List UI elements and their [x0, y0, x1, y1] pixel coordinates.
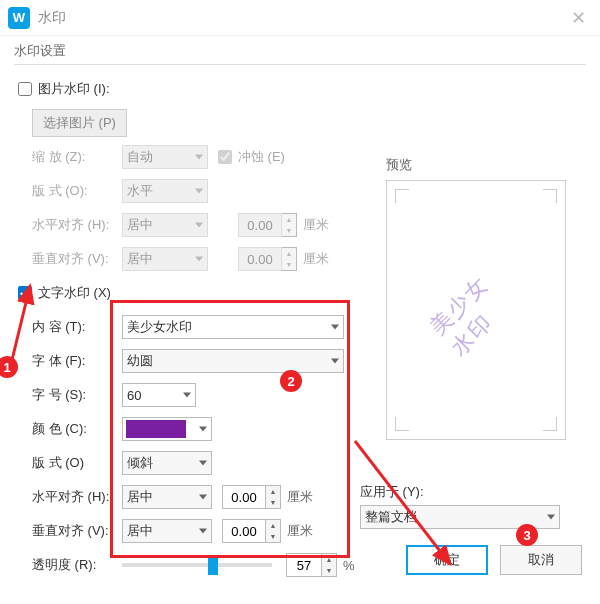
unit-cm: 厘米 [303, 216, 329, 234]
divider [14, 64, 586, 65]
scale-label: 缩 放 (Z): [32, 148, 122, 166]
preview-page: 美少女水印 [386, 180, 566, 440]
percent-sign: % [343, 558, 355, 573]
window-title: 水印 [38, 9, 565, 27]
img-valign-spin: ▲▼ [238, 247, 297, 271]
opacity-label: 透明度 (R): [32, 556, 122, 574]
preview-title: 预览 [386, 156, 576, 174]
preview-watermark-text: 美少女水印 [423, 257, 528, 362]
img-valign-label: 垂直对齐 (V): [32, 250, 122, 268]
close-icon[interactable]: ✕ [565, 7, 592, 29]
washout-label: 冲蚀 (E) [238, 148, 285, 166]
apply-to-label: 应用于 (Y): [360, 483, 582, 501]
annotation-box [110, 300, 350, 558]
img-halign-spin: ▲▼ [238, 213, 297, 237]
unit-cm: 厘米 [303, 250, 329, 268]
badge-3: 3 [516, 524, 538, 546]
text-watermark-checkbox[interactable] [18, 286, 32, 300]
size-label: 字 号 (S): [32, 386, 122, 404]
img-layout-label: 版 式 (O): [32, 182, 122, 200]
txt-halign-label: 水平对齐 (H): [32, 488, 122, 506]
text-watermark-label: 文字水印 (X) [38, 284, 111, 302]
group-title: 水印设置 [14, 42, 586, 60]
opacity-slider[interactable] [122, 563, 272, 567]
preview-panel: 预览 美少女水印 [386, 156, 576, 440]
img-watermark-label: 图片水印 (I): [38, 80, 110, 98]
slider-thumb[interactable] [208, 557, 218, 575]
washout-checkbox [218, 150, 232, 164]
ok-button[interactable]: 确定 [406, 545, 488, 575]
img-halign-label: 水平对齐 (H): [32, 216, 122, 234]
content-label: 内 容 (T): [32, 318, 122, 336]
img-halign-select: 居中 [122, 213, 208, 237]
app-logo: W [8, 7, 30, 29]
img-valign-select: 居中 [122, 247, 208, 271]
cancel-button[interactable]: 取消 [500, 545, 582, 575]
font-label: 字 体 (F): [32, 352, 122, 370]
badge-2: 2 [280, 370, 302, 392]
select-image-button: 选择图片 (P) [32, 109, 127, 137]
color-label: 颜 色 (C): [32, 420, 122, 438]
txt-valign-label: 垂直对齐 (V): [32, 522, 122, 540]
txt-layout-label: 版 式 (O) [32, 454, 122, 472]
img-watermark-checkbox[interactable] [18, 82, 32, 96]
scale-select: 自动 [122, 145, 208, 169]
titlebar: W 水印 ✕ [0, 0, 600, 36]
img-layout-select: 水平 [122, 179, 208, 203]
